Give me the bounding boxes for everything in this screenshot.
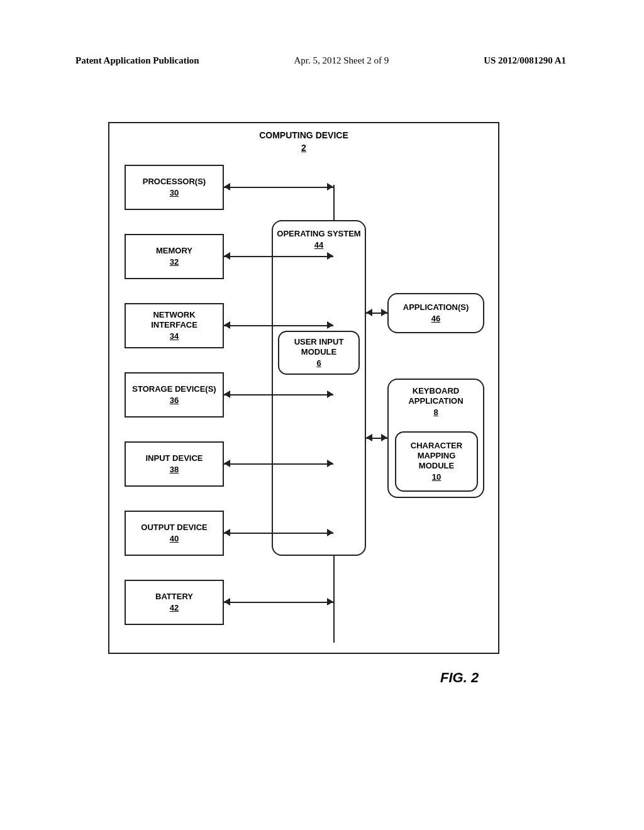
character-mapping-module-label: CHARACTER MAPPING MODULE [400,441,473,471]
input-device-label: INPUT DEVICE [145,453,203,463]
arrowhead-right-icon [327,183,333,191]
computing-device-ref: 2 [301,142,306,153]
connector-network-bus [224,325,333,326]
arrowhead-right-icon [327,321,333,329]
character-mapping-module-ref: 10 [432,472,441,482]
battery-ref: 42 [170,603,179,613]
arrowhead-right-icon [327,529,333,536]
user-input-module-ref: 6 [316,358,321,368]
network-interface-block: NETWORK INTERFACE 34 [125,303,224,348]
storage-device-ref: 36 [170,396,179,406]
storage-device-label: STORAGE DEVICE(S) [132,384,216,394]
network-interface-label: NETWORK INTERFACE [130,310,219,330]
figure-label: FIG. 2 [440,670,479,686]
applications-label: APPLICATION(S) [403,302,469,313]
memory-block: MEMORY 32 [125,234,224,279]
arrowhead-right-icon [327,598,333,606]
applications-block: APPLICATION(S) 46 [387,293,484,333]
arrowhead-left-icon [366,434,372,441]
storage-device-block: STORAGE DEVICE(S) 36 [125,372,224,418]
header-date-sheet: Apr. 5, 2012 Sheet 2 of 9 [294,55,389,66]
connector-output-bus [224,533,333,534]
memory-label: MEMORY [156,246,192,256]
input-device-ref: 38 [170,465,179,475]
header-publication-label: Patent Application Publication [75,55,199,66]
user-input-module-label: USER INPUT MODULE [283,337,355,357]
memory-ref: 32 [170,257,179,267]
network-interface-ref: 34 [170,331,179,341]
keyboard-application-block: KEYBOARD APPLICATION 8 CHARACTER MAPPING… [387,379,484,498]
keyboard-application-ref: 8 [433,407,438,418]
input-device-block: INPUT DEVICE 38 [125,441,224,487]
computing-device-frame: COMPUTING DEVICE 2 PROCESSOR(S) 30 MEMOR… [108,122,499,654]
arrowhead-right-icon [327,460,333,467]
operating-system-label: OPERATING SYSTEM [277,229,360,239]
arrowhead-left-icon [224,252,230,260]
computing-device-title: COMPUTING DEVICE 2 [109,130,498,153]
character-mapping-module-block: CHARACTER MAPPING MODULE 10 [395,431,478,492]
arrowhead-right-icon [327,252,333,260]
arrowhead-left-icon [224,598,230,606]
connector-memory-bus [224,256,333,257]
arrowhead-right-icon [327,390,333,398]
output-device-ref: 40 [170,534,179,544]
output-device-label: OUTPUT DEVICE [141,523,207,533]
processor-ref: 30 [170,188,179,198]
keyboard-application-label: KEYBOARD APPLICATION [392,386,479,406]
operating-system-block: OPERATING SYSTEM 44 USER INPUT MODULE 6 [272,220,366,556]
battery-block: BATTERY 42 [125,580,224,625]
arrowhead-left-icon [224,321,230,329]
battery-label: BATTERY [155,592,193,602]
user-input-module-block: USER INPUT MODULE 6 [278,331,360,375]
connector-input-bus [224,463,333,465]
header-publication-number: US 2012/0081290 A1 [484,55,566,66]
connector-storage-bus [224,394,333,396]
arrowhead-right-icon [381,309,387,316]
connector-processor-bus [224,187,333,188]
arrowhead-left-icon [366,309,372,316]
arrowhead-left-icon [224,460,230,467]
applications-ref: 46 [431,314,440,324]
operating-system-ref: 44 [314,240,323,250]
arrowhead-left-icon [224,183,230,191]
processor-label: PROCESSOR(S) [143,177,206,187]
computing-device-label: COMPUTING DEVICE [259,130,348,140]
arrowhead-right-icon [381,434,387,441]
processor-block: PROCESSOR(S) 30 [125,165,224,210]
arrowhead-left-icon [224,529,230,536]
arrowhead-left-icon [224,390,230,398]
page-header: Patent Application Publication Apr. 5, 2… [75,55,566,66]
output-device-block: OUTPUT DEVICE 40 [125,511,224,556]
connector-battery-bus [224,602,333,603]
